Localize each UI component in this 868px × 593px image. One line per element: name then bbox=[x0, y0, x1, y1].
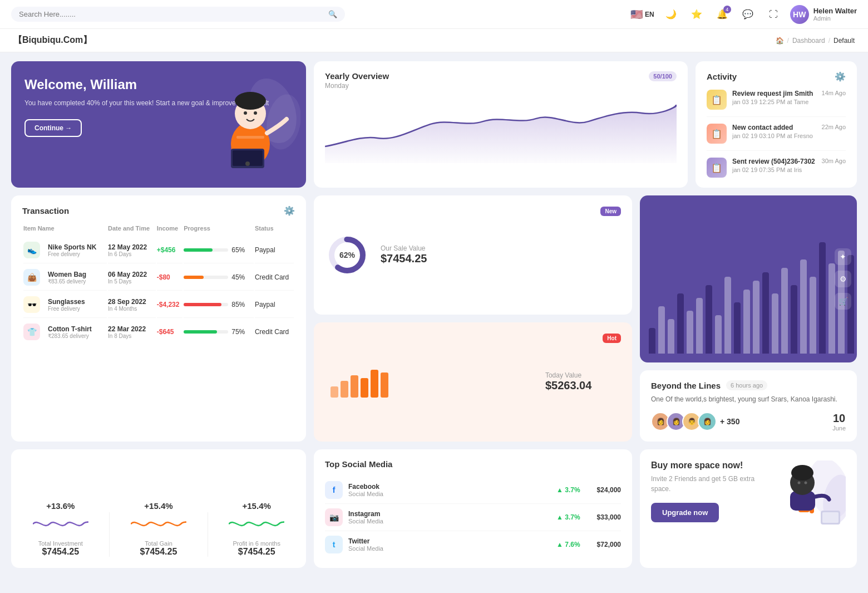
avatar-4: 👩 bbox=[698, 412, 717, 431]
bar-group bbox=[687, 311, 693, 354]
sale-value-card: 62% Our Sale Value $7454.25 New bbox=[314, 195, 632, 315]
bar-group bbox=[819, 242, 826, 354]
date-cell: 28 Sep 2022 In 4 Months bbox=[108, 292, 156, 318]
bar bbox=[724, 277, 731, 354]
buy-text: Buy more space now! Invite 2 Friends and… bbox=[651, 460, 768, 529]
social-value: $72,000 bbox=[597, 541, 621, 548]
status-cell: Credit Card bbox=[255, 319, 294, 345]
social-sub: Social Media bbox=[348, 545, 383, 552]
avatars-row: 👩 👩 👨 👩 bbox=[651, 412, 717, 431]
stat-label: Total Investment bbox=[33, 540, 88, 547]
progress-bar bbox=[184, 330, 228, 334]
buy-content: Buy more space now! Invite 2 Friends and… bbox=[651, 460, 846, 529]
stat-label: Profit in 6 months bbox=[229, 540, 284, 547]
social-sub: Social Media bbox=[348, 518, 383, 525]
chart-icon-3[interactable]: 🛒 bbox=[835, 293, 851, 310]
date-badge: 10 June bbox=[832, 412, 846, 432]
activity-text: New contact added jan 02 19 03:10 PM at … bbox=[732, 124, 813, 139]
theme-toggle[interactable]: 🌙 bbox=[662, 6, 680, 23]
activity-text: Sent review (504)236-7302 jan 02 19 07:3… bbox=[732, 158, 815, 173]
overview-card: Yearly Overview Monday 50/100 bbox=[314, 61, 688, 188]
user-menu[interactable]: HW Helen Walter Admin bbox=[790, 5, 857, 24]
notifications-icon[interactable]: 🔔 4 bbox=[713, 6, 731, 23]
brand-logo: 【Biqubiqu.Com】 bbox=[13, 35, 92, 46]
fullscreen-icon[interactable]: ⛶ bbox=[765, 6, 782, 23]
svg-rect-13 bbox=[331, 386, 338, 398]
transaction-table: Item NameDate and TimeIncomeProgressStat… bbox=[22, 224, 295, 346]
search-input[interactable] bbox=[19, 10, 324, 18]
welcome-card: Welcome, William You have completed 40% … bbox=[11, 61, 306, 188]
plus-count: + 350 bbox=[720, 417, 739, 426]
bookmark-icon[interactable]: ⭐ bbox=[688, 6, 706, 23]
breadcrumb-sep1: / bbox=[787, 37, 789, 45]
date-cell: 22 Mar 2022 In 8 Days bbox=[108, 319, 156, 345]
svg-point-6 bbox=[254, 111, 257, 115]
buy-title: Buy more space now! bbox=[651, 460, 768, 471]
yearly-chart bbox=[325, 96, 677, 165]
bar-group bbox=[668, 319, 674, 354]
stat-value: $7454.25 bbox=[229, 547, 284, 557]
activity-gear-icon[interactable]: ⚙️ bbox=[835, 71, 846, 82]
social-pct: ▲ 7.6% bbox=[556, 541, 580, 548]
item-icon: 👟 bbox=[23, 242, 40, 258]
sale-amount: $7454.25 bbox=[381, 252, 427, 265]
chart-icon-1[interactable]: ✦ bbox=[835, 248, 851, 265]
table-row: 🕶️ Sunglasses Free delivery 28 Sep 2022 … bbox=[23, 292, 294, 318]
item-name: Cotton T-shirt bbox=[48, 325, 92, 333]
social-name: Facebook bbox=[348, 483, 383, 491]
upgrade-button[interactable]: Upgrade now bbox=[651, 503, 719, 522]
stat-pct: +13.6% bbox=[33, 501, 88, 511]
table-column-header: Income bbox=[157, 225, 183, 236]
today-info: Today Value $5263.04 bbox=[545, 371, 591, 392]
bar-group bbox=[706, 285, 712, 354]
table-column-header: Item Name bbox=[23, 225, 107, 236]
bar-group bbox=[677, 293, 684, 354]
continue-button[interactable]: Continue → bbox=[24, 119, 82, 137]
svg-point-25 bbox=[791, 465, 813, 481]
bar-group bbox=[658, 306, 665, 354]
svg-rect-18 bbox=[381, 373, 388, 398]
bar bbox=[772, 293, 778, 354]
beyond-title: Beyond the Lines bbox=[651, 381, 721, 390]
buy-sub: Invite 2 Friends and get 5 GB extra spac… bbox=[651, 474, 768, 494]
item-cell: 👟 Nike Sports NK Free delivery bbox=[23, 237, 107, 263]
messages-icon[interactable]: 💬 bbox=[739, 6, 757, 23]
social-value: $33,000 bbox=[597, 513, 621, 521]
date-cell: 12 May 2022 In 6 Days bbox=[108, 237, 156, 263]
item-cell: 🕶️ Sunglasses Free delivery bbox=[23, 292, 107, 318]
activity-header: Activity ⚙️ bbox=[707, 71, 846, 82]
bar-chart bbox=[649, 220, 848, 354]
bar-group bbox=[734, 302, 741, 354]
transaction-gear-icon[interactable]: ⚙️ bbox=[284, 205, 295, 216]
bar-group bbox=[715, 315, 722, 354]
transaction-header: Transaction ⚙️ bbox=[22, 205, 295, 216]
progress-bar bbox=[184, 248, 228, 252]
progress-fill bbox=[184, 330, 217, 334]
donut-chart: 62% bbox=[325, 233, 369, 277]
chart-icon-2[interactable]: ⚙ bbox=[835, 271, 851, 287]
progress-cell: 45% bbox=[184, 264, 254, 291]
language-selector[interactable]: 🇺🇸 EN bbox=[630, 8, 654, 21]
bar bbox=[677, 293, 684, 354]
bar-group bbox=[753, 281, 760, 354]
breadcrumb-dashboard[interactable]: Dashboard bbox=[792, 37, 825, 45]
home-icon[interactable]: 🏠 bbox=[776, 37, 784, 45]
beyond-card: Beyond the Lines 6 hours ago One Of the … bbox=[640, 370, 857, 442]
bar-group bbox=[762, 272, 769, 354]
bar bbox=[734, 302, 741, 354]
mid-row: Transaction ⚙️ Item NameDate and TimeInc… bbox=[11, 195, 857, 442]
social-row: t Twitter Social Media ▲ 7.6% $72,000 bbox=[325, 531, 621, 558]
item-sub: Free delivery bbox=[48, 306, 85, 312]
search-bar[interactable]: 🔍 bbox=[11, 7, 345, 22]
svg-point-26 bbox=[798, 481, 801, 484]
activity-item: 📋 Review request jim Smith jan 03 19 12:… bbox=[707, 90, 846, 117]
activity-title-text: New contact added bbox=[732, 124, 813, 131]
item-icon: 👕 bbox=[23, 324, 40, 340]
right-column: ✦ ⚙ 🛒 Beyond the Lines 6 hours ago One O… bbox=[640, 195, 857, 442]
chart-action-icons: ✦ ⚙ 🛒 bbox=[835, 248, 851, 310]
bar-group bbox=[781, 268, 788, 354]
income-cell: -$80 bbox=[157, 264, 183, 291]
bar bbox=[762, 272, 769, 354]
bar bbox=[781, 268, 788, 354]
beyond-description: One Of the world,s brightest, young surf… bbox=[651, 395, 846, 404]
